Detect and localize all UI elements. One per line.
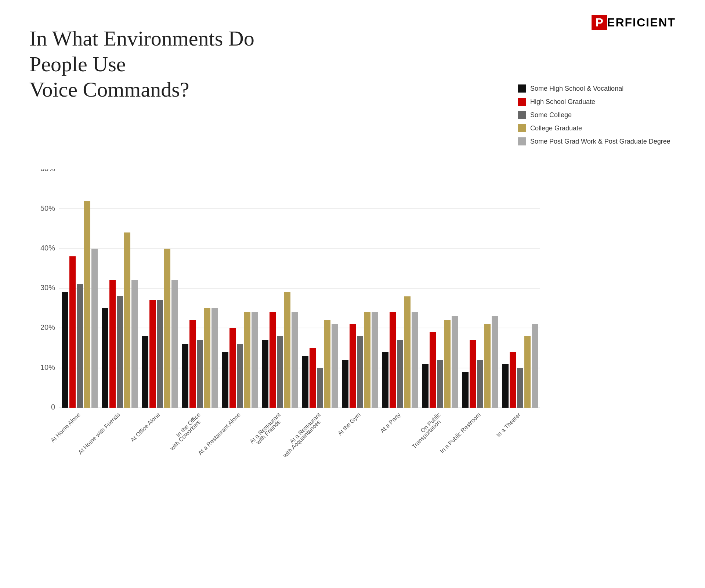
svg-rect-57 bbox=[404, 296, 411, 408]
svg-rect-42 bbox=[284, 292, 290, 408]
svg-rect-38 bbox=[252, 312, 258, 408]
svg-rect-16 bbox=[77, 284, 83, 408]
svg-rect-36 bbox=[237, 344, 243, 408]
svg-text:20%: 20% bbox=[40, 323, 55, 331]
svg-rect-24 bbox=[142, 336, 148, 408]
svg-rect-71 bbox=[517, 368, 523, 408]
svg-rect-31 bbox=[197, 340, 203, 408]
chart-title: In What Environments Do People Use Voice… bbox=[29, 26, 305, 102]
legend-label-hs-grad: High School Graduate bbox=[530, 98, 595, 106]
svg-rect-43 bbox=[292, 312, 298, 408]
svg-rect-26 bbox=[157, 300, 163, 408]
svg-text:In a Public Restroom: In a Public Restroom bbox=[439, 411, 482, 454]
legend-label-post-grad: Some Post Grad Work & Post Graduate Degr… bbox=[530, 138, 670, 145]
bar-group-10 bbox=[462, 316, 498, 408]
svg-rect-67 bbox=[484, 324, 491, 408]
bar-group-4 bbox=[222, 312, 258, 408]
svg-rect-39 bbox=[262, 340, 268, 408]
svg-rect-49 bbox=[342, 360, 348, 408]
svg-rect-22 bbox=[124, 232, 130, 408]
legend-item-college-grad: College Graduate bbox=[518, 124, 676, 132]
svg-text:30%: 30% bbox=[40, 284, 55, 292]
bar-group-8 bbox=[382, 296, 418, 408]
svg-rect-63 bbox=[452, 316, 458, 408]
svg-rect-50 bbox=[350, 324, 356, 408]
legend-item-hs-grad: High School Graduate bbox=[518, 98, 676, 106]
svg-rect-54 bbox=[382, 352, 388, 408]
svg-rect-59 bbox=[422, 364, 429, 408]
svg-text:At a Restaurant Alone: At a Restaurant Alone bbox=[197, 411, 242, 456]
logo: P ERFICIENT bbox=[592, 15, 676, 30]
legend-swatch-some-college bbox=[518, 111, 526, 119]
svg-text:In a Theater: In a Theater bbox=[495, 411, 522, 438]
svg-rect-20 bbox=[109, 280, 116, 408]
svg-rect-60 bbox=[430, 332, 436, 408]
legend-item-some-college: Some College bbox=[518, 111, 676, 119]
legend-label-some-college: Some College bbox=[530, 111, 572, 119]
svg-rect-35 bbox=[229, 328, 236, 408]
svg-rect-73 bbox=[532, 324, 538, 408]
svg-text:10%: 10% bbox=[40, 363, 55, 371]
bar-group-0 bbox=[62, 201, 98, 408]
bar-group-11 bbox=[502, 324, 538, 408]
svg-rect-64 bbox=[462, 372, 469, 408]
svg-rect-46 bbox=[317, 368, 323, 408]
svg-rect-40 bbox=[270, 312, 276, 408]
svg-rect-25 bbox=[149, 300, 156, 408]
legend-swatch-some-hs bbox=[518, 84, 526, 93]
bar-group-6 bbox=[302, 320, 338, 408]
svg-rect-23 bbox=[131, 280, 138, 408]
svg-rect-72 bbox=[524, 336, 531, 408]
bar-chart: 60% 50% 40% 30% 20% 10% 0 bbox=[29, 169, 543, 499]
svg-rect-30 bbox=[189, 320, 196, 408]
svg-rect-15 bbox=[69, 256, 76, 408]
logo-icon: P bbox=[592, 15, 607, 30]
svg-rect-33 bbox=[212, 308, 218, 408]
svg-rect-53 bbox=[372, 312, 378, 408]
svg-text:At the Gym: At the Gym bbox=[337, 411, 362, 437]
bar-group-9 bbox=[422, 316, 458, 408]
svg-rect-18 bbox=[91, 249, 98, 408]
svg-rect-62 bbox=[444, 320, 451, 408]
svg-rect-65 bbox=[470, 340, 476, 408]
svg-rect-69 bbox=[502, 364, 509, 408]
svg-text:At Home with Friends: At Home with Friends bbox=[77, 411, 121, 455]
svg-rect-47 bbox=[324, 320, 330, 408]
svg-rect-61 bbox=[437, 360, 443, 408]
svg-rect-45 bbox=[310, 348, 316, 408]
svg-rect-58 bbox=[412, 312, 418, 408]
svg-rect-29 bbox=[182, 344, 188, 408]
svg-text:At a Party: At a Party bbox=[379, 411, 402, 434]
bar-group-3 bbox=[182, 308, 218, 408]
legend-swatch-college-grad bbox=[518, 124, 526, 132]
logo-text: ERFICIENT bbox=[607, 16, 676, 29]
svg-rect-37 bbox=[244, 312, 250, 408]
bar-group-1 bbox=[102, 232, 138, 408]
svg-text:At Home Alone: At Home Alone bbox=[50, 411, 82, 444]
svg-rect-27 bbox=[164, 249, 170, 408]
svg-text:40%: 40% bbox=[40, 244, 55, 252]
svg-text:At Office Alone: At Office Alone bbox=[129, 411, 161, 443]
svg-text:with Acquaintances: with Acquaintances bbox=[282, 419, 322, 459]
svg-rect-44 bbox=[302, 356, 308, 408]
svg-text:0: 0 bbox=[51, 403, 55, 411]
svg-rect-55 bbox=[390, 312, 396, 408]
svg-rect-66 bbox=[477, 360, 483, 408]
svg-rect-19 bbox=[102, 308, 108, 408]
bar-group-7 bbox=[342, 312, 378, 408]
legend-item-some-hs: Some High School & Vocational bbox=[518, 84, 676, 93]
svg-rect-32 bbox=[204, 308, 210, 408]
svg-text:50%: 50% bbox=[40, 204, 55, 212]
legend-swatch-hs-grad bbox=[518, 98, 526, 106]
svg-rect-70 bbox=[510, 352, 516, 408]
legend-swatch-post-grad bbox=[518, 137, 526, 145]
svg-rect-68 bbox=[492, 316, 498, 408]
svg-rect-52 bbox=[364, 312, 370, 408]
svg-rect-21 bbox=[117, 296, 123, 408]
legend-label-college-grad: College Graduate bbox=[530, 125, 582, 132]
legend-item-post-grad: Some Post Grad Work & Post Graduate Degr… bbox=[518, 137, 676, 145]
legend: Some High School & Vocational High Schoo… bbox=[518, 84, 676, 151]
svg-rect-51 bbox=[357, 336, 363, 408]
svg-rect-56 bbox=[397, 340, 403, 408]
svg-rect-41 bbox=[277, 336, 283, 408]
